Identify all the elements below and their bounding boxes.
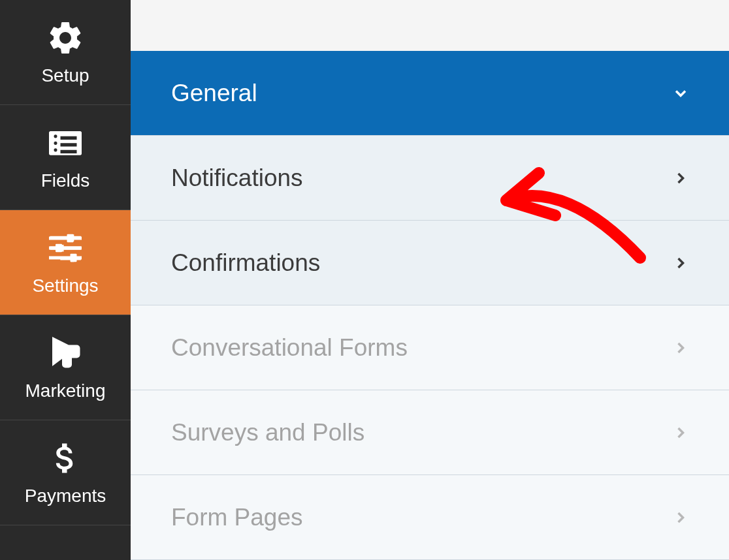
panel-item-notifications[interactable]: Notifications <box>131 136 729 221</box>
gear-icon <box>46 18 85 57</box>
settings-panel: General Notifications Confirmations Conv… <box>131 51 729 560</box>
panel-item-label: Surveys and Polls <box>171 419 364 446</box>
svg-rect-1 <box>49 247 82 250</box>
panel-item-conversational-forms[interactable]: Conversational Forms <box>131 305 729 390</box>
svg-rect-0 <box>49 237 82 240</box>
chevron-right-icon <box>672 424 690 442</box>
panel-item-label: Conversational Forms <box>171 334 408 362</box>
sliders-icon <box>46 228 85 268</box>
sidebar-item-label: Marketing <box>25 381 106 401</box>
sidebar: Setup Fields Settings Marketing Payments <box>0 0 131 560</box>
panel-item-label: Confirmations <box>171 249 320 277</box>
svg-rect-4 <box>56 244 62 253</box>
list-icon <box>46 123 85 163</box>
sidebar-item-marketing[interactable]: Marketing <box>0 315 131 420</box>
dollar-icon <box>46 439 85 478</box>
panel-item-general[interactable]: General <box>131 51 729 136</box>
chevron-down-icon <box>672 84 690 102</box>
panel-item-confirmations[interactable]: Confirmations <box>131 221 729 305</box>
panel-item-form-pages[interactable]: Form Pages <box>131 475 729 560</box>
sidebar-item-setup[interactable]: Setup <box>0 0 131 105</box>
panel-item-label: General <box>171 80 257 107</box>
panel-item-label: Notifications <box>171 164 303 192</box>
svg-rect-3 <box>67 234 74 243</box>
chevron-right-icon <box>672 169 690 187</box>
sidebar-item-label: Settings <box>32 275 98 296</box>
header-spacer <box>131 0 729 51</box>
sidebar-item-label: Setup <box>41 65 89 86</box>
sidebar-item-payments[interactable]: Payments <box>0 420 131 525</box>
sidebar-item-label: Fields <box>41 170 90 191</box>
main-content: General Notifications Confirmations Conv… <box>131 0 729 560</box>
chevron-right-icon <box>672 254 690 272</box>
chevron-right-icon <box>672 339 690 357</box>
sidebar-item-fields[interactable]: Fields <box>0 105 131 210</box>
svg-rect-5 <box>71 254 77 262</box>
chevron-right-icon <box>672 508 690 527</box>
panel-item-surveys-polls[interactable]: Surveys and Polls <box>131 390 729 475</box>
sidebar-item-label: Payments <box>25 486 106 506</box>
sidebar-item-settings[interactable]: Settings <box>0 210 131 315</box>
megaphone-icon <box>46 334 85 373</box>
panel-item-label: Form Pages <box>171 504 303 531</box>
